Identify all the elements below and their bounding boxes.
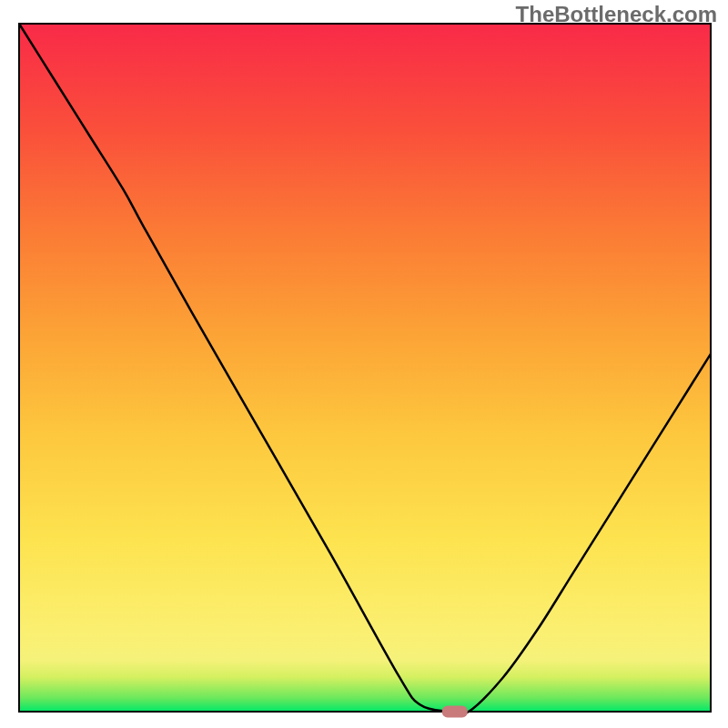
plot-background	[19, 24, 711, 712]
optimal-marker	[442, 706, 468, 718]
watermark-text: TheBottleneck.com	[516, 2, 717, 27]
chart-container: TheBottleneck.com	[0, 0, 728, 728]
bottleneck-chart	[0, 0, 728, 728]
